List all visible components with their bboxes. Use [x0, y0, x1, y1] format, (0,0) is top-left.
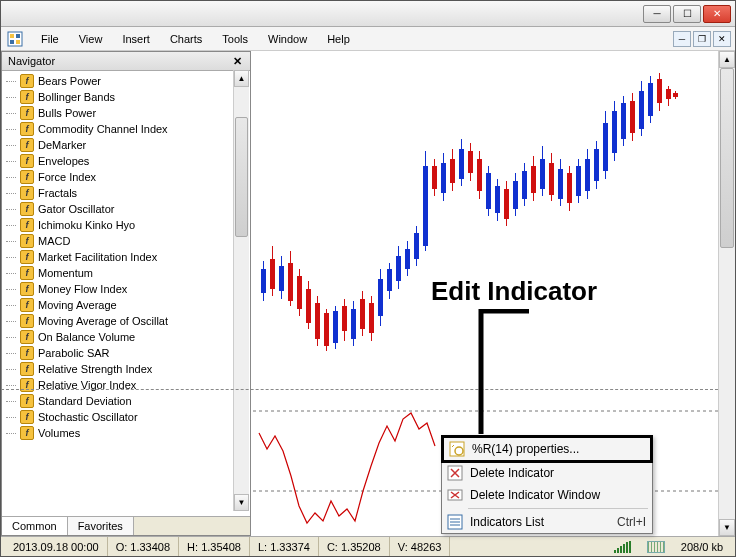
status-low: L: 1.33374 — [250, 537, 319, 556]
delete-window-icon — [447, 487, 463, 503]
menu-item-delete-indicator[interactable]: Delete Indicator — [442, 462, 652, 484]
chart-scroll-thumb[interactable] — [720, 68, 734, 248]
status-high: H: 1.35408 — [179, 537, 250, 556]
menu-window[interactable]: Window — [258, 30, 317, 48]
menu-item-indicators-list-label: Indicators List — [470, 515, 544, 529]
indicator-context-menu: %R(14) properties... Delete Indicator De… — [441, 435, 653, 534]
status-volume: V: 48263 — [390, 537, 451, 556]
annotation-label: Edit Indicator — [431, 276, 597, 307]
indicators-list-icon — [447, 514, 463, 530]
chart-scroll-up-button[interactable]: ▲ — [719, 51, 735, 68]
status-datetime: 2013.09.18 00:00 — [5, 537, 108, 556]
svg-rect-2 — [16, 34, 20, 38]
status-network: 208/0 kb — [673, 537, 731, 556]
window-minimize-button[interactable]: ─ — [643, 5, 671, 23]
annotation-callout-line — [441, 309, 531, 439]
svg-rect-3 — [10, 40, 14, 44]
mdi-restore-button[interactable]: ❐ — [693, 31, 711, 47]
mdi-controls: ─ ❐ ✕ — [673, 31, 735, 47]
window-titlebar: ─ ☐ ✕ — [1, 1, 735, 27]
status-close: C: 1.35208 — [319, 537, 390, 556]
svg-rect-1 — [10, 34, 14, 38]
statusbar: 2013.09.18 00:00 O: 1.33408 H: 1.35408 L… — [1, 536, 735, 556]
delete-indicator-icon — [447, 465, 463, 481]
menu-charts[interactable]: Charts — [160, 30, 212, 48]
menu-insert[interactable]: Insert — [112, 30, 160, 48]
connection-signal-icon — [606, 541, 639, 553]
mdi-minimize-button[interactable]: ─ — [673, 31, 691, 47]
connection-activity-icon — [647, 541, 665, 553]
mdi-close-button[interactable]: ✕ — [713, 31, 731, 47]
menu-separator — [468, 508, 648, 509]
window-close-button[interactable]: ✕ — [703, 5, 731, 23]
menu-item-indicators-list[interactable]: Indicators List Ctrl+I — [442, 511, 652, 533]
menu-view[interactable]: View — [69, 30, 113, 48]
menu-item-properties-label: %R(14) properties... — [472, 442, 579, 456]
menu-item-delete-window[interactable]: Delete Indicator Window — [442, 484, 652, 506]
chart-scroll-down-button[interactable]: ▼ — [719, 519, 735, 536]
menu-item-delete-window-label: Delete Indicator Window — [470, 488, 600, 502]
chart-panel-separator[interactable] — [1, 389, 718, 390]
chart-scrollbar[interactable]: ▲ ▼ — [718, 51, 735, 536]
window-maximize-button[interactable]: ☐ — [673, 5, 701, 23]
menu-tools[interactable]: Tools — [212, 30, 258, 48]
menu-file[interactable]: File — [31, 30, 69, 48]
menu-help[interactable]: Help — [317, 30, 360, 48]
menu-item-properties[interactable]: %R(14) properties... — [444, 438, 650, 460]
properties-icon — [449, 441, 465, 457]
menubar: FileViewInsertChartsToolsWindowHelp ─ ❐ … — [1, 27, 735, 51]
menu-item-shortcut: Ctrl+I — [617, 515, 646, 529]
menu-item-delete-indicator-label: Delete Indicator — [470, 466, 554, 480]
app-icon — [7, 31, 23, 47]
status-open: O: 1.33408 — [108, 537, 179, 556]
svg-rect-4 — [16, 40, 20, 44]
